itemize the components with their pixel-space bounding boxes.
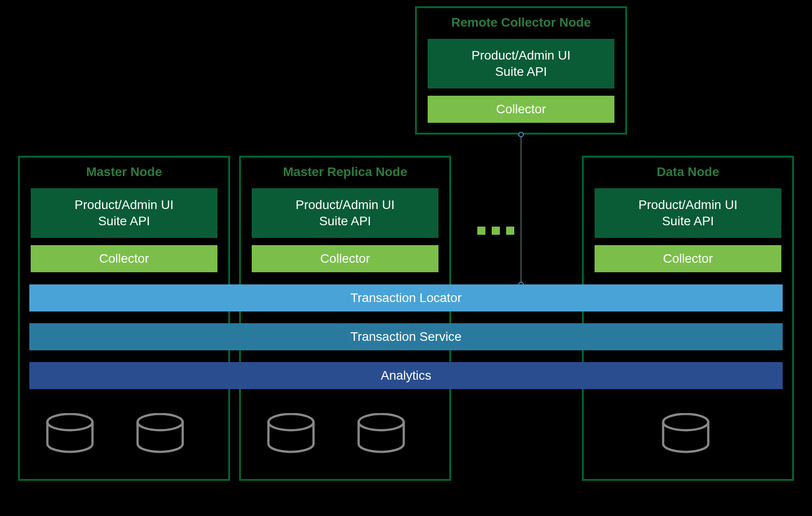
dot-icon xyxy=(492,227,500,235)
master-collector-label: Collector xyxy=(99,251,149,267)
remote-collector-label: Collector xyxy=(496,101,546,117)
remote-node-title: Remote Collector Node xyxy=(417,8,625,39)
svg-point-2 xyxy=(268,414,314,430)
remote-ui-line2: Suite API xyxy=(495,64,547,80)
remote-ui-block: Product/Admin UI Suite API xyxy=(428,39,614,88)
master-ui-line1: Product/Admin UI xyxy=(74,197,173,213)
master-ui-block: Product/Admin UI Suite API xyxy=(31,188,217,238)
analytics-bar: Analytics xyxy=(29,362,783,389)
remote-collector-block: Collector xyxy=(428,96,614,123)
svg-point-3 xyxy=(359,414,404,430)
transaction-service-bar: Transaction Service xyxy=(29,323,783,350)
ellipsis-dots xyxy=(477,227,514,235)
data-ui-line1: Product/Admin UI xyxy=(638,197,737,213)
database-icon xyxy=(661,413,710,454)
database-icon xyxy=(356,413,406,454)
replica-ui-block: Product/Admin UI Suite API xyxy=(252,188,438,238)
master-collector-block: Collector xyxy=(31,245,217,272)
analytics-label: Analytics xyxy=(381,368,431,383)
master-node-title: Master Node xyxy=(20,158,228,188)
svg-point-1 xyxy=(138,414,183,430)
data-collector-block: Collector xyxy=(595,245,781,272)
remote-ui-line1: Product/Admin UI xyxy=(471,47,570,64)
transaction-locator-bar: Transaction Locator xyxy=(29,284,783,311)
svg-point-4 xyxy=(663,414,708,430)
connector-line xyxy=(521,134,521,284)
dot-icon xyxy=(506,227,514,235)
replica-collector-block: Collector xyxy=(252,245,438,272)
data-ui-line2: Suite API xyxy=(662,213,714,229)
replica-collector-label: Collector xyxy=(320,251,370,267)
data-node-title: Data Node xyxy=(584,158,792,188)
master-ui-line2: Suite API xyxy=(98,213,150,229)
svg-point-0 xyxy=(47,414,92,430)
replica-node-title: Master Replica Node xyxy=(241,158,449,188)
data-collector-label: Collector xyxy=(663,251,713,267)
replica-ui-line2: Suite API xyxy=(319,213,371,229)
service-label: Transaction Service xyxy=(351,330,461,344)
locator-label: Transaction Locator xyxy=(351,291,461,305)
replica-ui-line1: Product/Admin UI xyxy=(295,197,394,213)
dot-icon xyxy=(477,227,485,235)
database-icon xyxy=(45,413,95,454)
data-ui-block: Product/Admin UI Suite API xyxy=(595,188,781,238)
database-icon xyxy=(266,413,316,454)
connector-top-circle xyxy=(518,132,524,137)
remote-collector-node: Remote Collector Node Product/Admin UI S… xyxy=(415,6,627,135)
database-icon xyxy=(135,413,185,454)
